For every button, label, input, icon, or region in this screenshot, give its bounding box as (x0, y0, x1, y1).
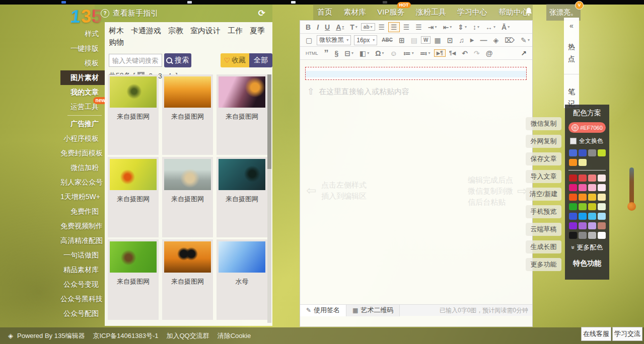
html-source-icon[interactable]: HTML (303, 50, 321, 57)
find-replace-icon[interactable]: @ (483, 48, 495, 58)
color-swatch[interactable] (579, 159, 587, 166)
bell-icon[interactable] (524, 7, 533, 17)
image-card[interactable]: 来自摄图网 (217, 74, 267, 155)
scrollbar-thumb[interactable] (267, 74, 271, 169)
color-swatch[interactable] (598, 149, 606, 156)
action-button[interactable]: 保存文章 (526, 152, 561, 165)
justify-icon[interactable]: ☰ (413, 22, 424, 32)
checkbox-icon[interactable] (570, 138, 577, 144)
color-swatch[interactable] (588, 194, 596, 201)
unordered-list-icon[interactable]: ≕▾ (417, 48, 433, 58)
action-button[interactable]: 清空/新建 (526, 188, 561, 201)
nav-item[interactable]: 涨粉工具 (416, 8, 446, 17)
new-doc-icon[interactable]: ▢ (303, 35, 315, 45)
gallery-icon[interactable]: ⊡ (445, 35, 456, 45)
search-button[interactable]: 搜索 (164, 53, 191, 67)
refresh-icon[interactable]: ⟳ (258, 8, 265, 19)
qq-group-link[interactable]: 加入QQ交流群 (166, 331, 209, 340)
strikethrough-icon[interactable]: ABC (379, 36, 395, 44)
image-card[interactable]: 水母 (217, 239, 267, 320)
full-recolor-toggle[interactable]: 全文换色 (570, 137, 606, 145)
action-button[interactable]: 微信复制 (526, 117, 561, 130)
sidebar-item[interactable]: 高清精准配图 (60, 233, 105, 248)
sidebar-item[interactable]: 1天增粉5W+ (60, 190, 105, 204)
sidebar-item[interactable]: 一句话做图 (60, 248, 105, 263)
video-icon[interactable]: ▶ (468, 36, 477, 44)
sidebar-item[interactable]: 小程序模板 (60, 131, 105, 146)
eraser-icon[interactable]: ◈ (491, 35, 502, 45)
collapse-icon[interactable]: « (569, 22, 574, 30)
online-service-button[interactable]: 在线客服 (581, 327, 611, 341)
color-swatch[interactable] (598, 213, 606, 220)
color-swatch[interactable] (569, 175, 577, 182)
blockquote-icon[interactable]: ” (322, 50, 331, 57)
color-swatch[interactable] (588, 232, 596, 239)
empty-paragraph-outline[interactable] (305, 67, 527, 80)
sidebar-item[interactable]: 免费封面模板 (60, 146, 105, 160)
color-swatch[interactable] (588, 203, 596, 210)
sidebar-item[interactable]: 精品素材库 (60, 263, 105, 277)
action-button[interactable]: 生成长图 (526, 240, 561, 253)
color-swatch[interactable] (579, 222, 587, 229)
color-swatch[interactable] (579, 213, 587, 220)
sidebar-item[interactable]: 图片素材 (60, 70, 105, 85)
table-icon[interactable]: ⊞ (396, 35, 407, 45)
sidebar-item[interactable]: 一键排版 (60, 41, 105, 56)
font-family-select[interactable]: 微软雅黑▾ (317, 35, 351, 45)
horizontal-rule-icon[interactable]: — (478, 35, 490, 45)
image-card[interactable]: 来自摄图网 (162, 157, 213, 237)
category-item[interactable]: 工作 (228, 26, 243, 36)
color-swatch[interactable] (588, 222, 596, 229)
color-swatch[interactable] (598, 203, 606, 210)
highlight-color-icon[interactable]: ab▾ (361, 23, 375, 31)
action-button[interactable]: 更多功能 (526, 258, 561, 271)
template-icon[interactable]: ◧▾ (357, 48, 372, 58)
art-qrcode-tab[interactable]: ▦ 艺术二维码 (346, 305, 400, 316)
image-card[interactable]: 来自摄图网 (108, 239, 159, 320)
sidebar-item[interactable]: 别人家公众号 (60, 175, 105, 190)
sidebar-item[interactable]: 公众号黑科技 (60, 292, 105, 306)
favorite-button[interactable]: ♡ 收藏 (221, 53, 249, 67)
color-swatch[interactable] (598, 184, 606, 191)
sidebar-item[interactable]: 公众号配图 (60, 306, 105, 321)
guide-link[interactable]: 查看新手指引 (113, 9, 158, 18)
image-card[interactable]: 来自摄图网 (217, 157, 267, 237)
color-swatch[interactable] (579, 184, 587, 191)
nav-item[interactable]: 学习中心 (457, 8, 487, 17)
search-input[interactable] (109, 54, 162, 67)
sidebar-item[interactable]: 免费视频制作 (60, 219, 105, 233)
outdent-icon[interactable]: ⇤▾ (441, 22, 455, 32)
special-char-icon[interactable]: Ω▾ (373, 48, 386, 58)
sidebar-item[interactable]: 运营工具new (60, 100, 105, 114)
side-tab[interactable]: 热点 (568, 41, 575, 65)
fullscreen-icon[interactable]: ↗ (518, 48, 529, 58)
category-item[interactable]: 夏季 (250, 26, 265, 36)
all-button[interactable]: 全部 (249, 53, 272, 67)
undo-icon[interactable]: ↶ (459, 48, 470, 58)
letter-spacing-icon[interactable]: ↔▾ (483, 22, 498, 32)
action-button[interactable]: 云端草稿 (526, 223, 561, 236)
study-exchange-button[interactable]: 学习交流 (612, 327, 642, 341)
action-button[interactable]: 导入文章 (526, 170, 561, 183)
action-button[interactable]: 外网复制 (526, 135, 561, 148)
align-right-icon[interactable]: ☰ (401, 22, 412, 32)
text-border-icon[interactable]: T▾ (347, 22, 360, 32)
color-swatch[interactable] (588, 213, 596, 220)
image-card[interactable]: 来自摄图网 (108, 157, 159, 237)
color-swatch[interactable] (598, 222, 606, 229)
sidebar-item[interactable]: 公众号变现 (60, 277, 105, 292)
align-left-icon[interactable]: ☰ (376, 22, 388, 32)
rtl-paragraph-icon[interactable]: ¶◀ (447, 49, 458, 57)
format-brush-icon[interactable]: ⌦ (502, 35, 517, 45)
sidebar-item[interactable]: 微信加粉 (60, 160, 105, 175)
line-height-icon[interactable]: ↕▾ (470, 22, 482, 32)
color-swatch[interactable] (579, 232, 587, 239)
word-import-icon[interactable]: W (421, 36, 431, 44)
ltr-paragraph-icon[interactable]: ▶¶ (434, 49, 446, 57)
color-swatch[interactable] (579, 175, 587, 182)
indent-icon[interactable]: ⇥▾ (425, 22, 440, 32)
color-swatch[interactable] (598, 232, 606, 239)
image-icon[interactable]: ▦ (432, 35, 443, 45)
color-swatch[interactable] (569, 203, 577, 210)
image-card[interactable]: 来自摄图网 (108, 74, 159, 155)
